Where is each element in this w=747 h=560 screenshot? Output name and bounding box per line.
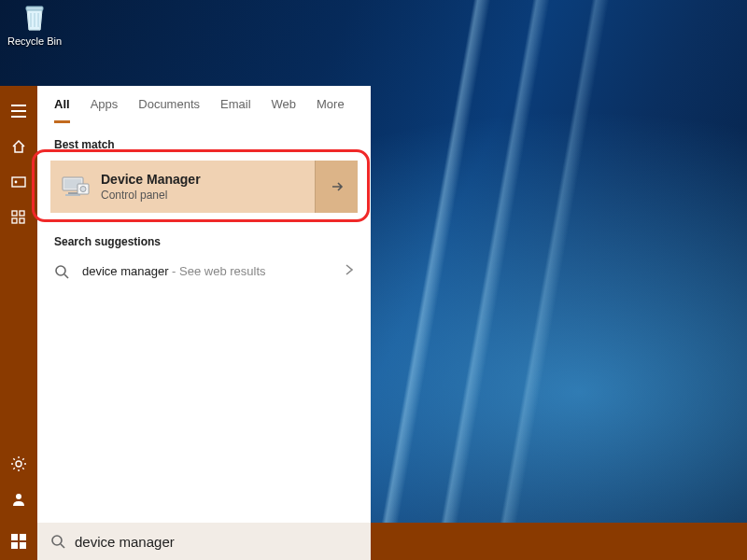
svg-rect-27 bbox=[11, 542, 18, 549]
person-icon bbox=[11, 492, 26, 507]
apps-grid-icon bbox=[11, 210, 26, 225]
recycle-bin-icon bbox=[19, 2, 50, 34]
svg-line-24 bbox=[64, 274, 68, 278]
rail-home-button[interactable] bbox=[0, 129, 37, 164]
best-match-label: Best match bbox=[37, 123, 371, 157]
device-manager-icon bbox=[62, 175, 90, 199]
svg-rect-28 bbox=[20, 542, 26, 549]
rail-account-button[interactable] bbox=[0, 482, 37, 517]
windows-logo-icon bbox=[11, 534, 26, 549]
svg-point-23 bbox=[56, 266, 65, 275]
svg-rect-5 bbox=[12, 218, 17, 223]
svg-rect-26 bbox=[20, 534, 26, 540]
arrow-right-icon bbox=[330, 179, 345, 194]
best-match-result[interactable]: Device Manager Control panel bbox=[50, 161, 358, 213]
tab-more[interactable]: More bbox=[317, 97, 345, 123]
svg-rect-19 bbox=[68, 192, 78, 194]
svg-point-29 bbox=[52, 536, 62, 545]
rail-settings-button[interactable] bbox=[0, 446, 37, 482]
best-match-main[interactable]: Device Manager Control panel bbox=[50, 161, 315, 213]
taskbar-search-input[interactable] bbox=[75, 534, 358, 550]
svg-point-7 bbox=[16, 461, 21, 467]
search-icon bbox=[54, 264, 69, 279]
suggestion-hint: - See web results bbox=[169, 264, 266, 278]
svg-line-12 bbox=[13, 458, 15, 460]
tab-apps[interactable]: Apps bbox=[91, 97, 119, 123]
tab-documents[interactable]: Documents bbox=[138, 97, 200, 123]
tab-web[interactable]: Web bbox=[272, 97, 297, 123]
svg-point-22 bbox=[80, 187, 86, 192]
chevron-right-icon bbox=[345, 263, 354, 279]
hamburger-icon bbox=[11, 105, 26, 118]
svg-line-30 bbox=[61, 544, 64, 548]
rail-apps-button[interactable] bbox=[0, 200, 37, 235]
rail-expand-button[interactable] bbox=[0, 93, 37, 129]
svg-rect-1 bbox=[12, 177, 25, 187]
search-filter-tabs: All Apps Documents Email Web More bbox=[37, 86, 371, 123]
best-match-title: Device Manager bbox=[101, 172, 201, 187]
start-rail bbox=[0, 86, 37, 523]
recycle-bin-label: Recycle Bin bbox=[6, 35, 63, 47]
taskbar-search[interactable] bbox=[37, 523, 371, 560]
svg-line-14 bbox=[13, 468, 15, 469]
tab-all[interactable]: All bbox=[54, 97, 70, 123]
start-search-panel: All Apps Documents Email Web More Best m… bbox=[37, 86, 371, 523]
svg-rect-4 bbox=[20, 211, 24, 216]
search-suggestions-label: Search suggestions bbox=[37, 220, 371, 254]
search-suggestion[interactable]: device manager - See web results bbox=[37, 254, 371, 288]
svg-rect-6 bbox=[20, 218, 24, 223]
best-match-details-button[interactable] bbox=[315, 161, 358, 213]
svg-rect-0 bbox=[26, 7, 43, 10]
rail-expand-filter-button[interactable] bbox=[0, 164, 37, 200]
home-icon bbox=[11, 139, 26, 154]
best-match-subtitle: Control panel bbox=[101, 189, 201, 202]
search-icon bbox=[50, 534, 65, 549]
svg-rect-3 bbox=[12, 211, 17, 216]
gear-icon bbox=[10, 455, 27, 472]
svg-point-2 bbox=[15, 181, 18, 184]
taskbar bbox=[0, 523, 747, 560]
tab-email[interactable]: Email bbox=[220, 97, 251, 123]
svg-point-16 bbox=[16, 494, 21, 499]
suggestion-query: device manager bbox=[82, 264, 169, 278]
filter-panel-icon bbox=[11, 175, 26, 189]
recycle-bin[interactable]: Recycle Bin bbox=[6, 2, 63, 47]
svg-rect-25 bbox=[11, 534, 18, 540]
start-button[interactable] bbox=[0, 523, 37, 560]
svg-line-15 bbox=[22, 458, 24, 460]
svg-line-13 bbox=[22, 468, 24, 469]
